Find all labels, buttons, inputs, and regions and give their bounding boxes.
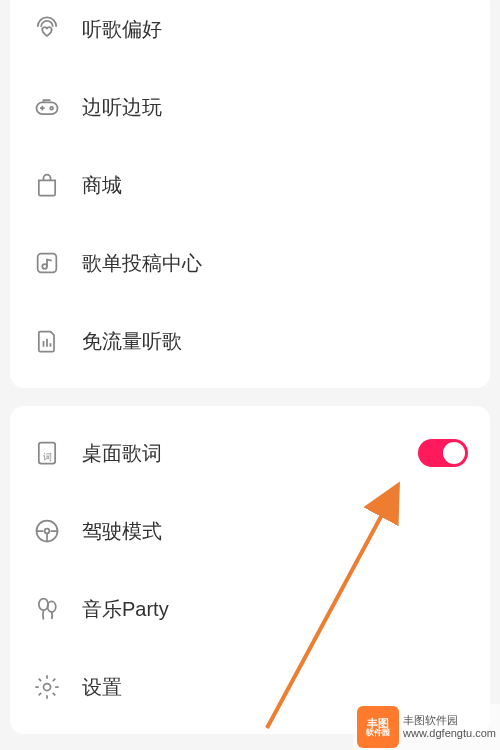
watermark-logo: 丰图 软件园 xyxy=(357,706,399,748)
svg-text:词: 词 xyxy=(43,452,52,462)
menu-item-label: 桌面歌词 xyxy=(82,440,418,467)
svg-point-12 xyxy=(45,529,50,534)
menu-item-label: 免流量听歌 xyxy=(82,328,468,355)
menu-item-shop[interactable]: 商城 xyxy=(10,146,490,224)
menu-item-label: 听歌偏好 xyxy=(82,16,468,43)
menu-item-music-party[interactable]: 音乐Party xyxy=(10,570,490,648)
menu-item-free-data[interactable]: 免流量听歌 xyxy=(10,302,490,380)
svg-point-13 xyxy=(39,599,48,611)
watermark-text: 丰图软件园 www.dgfengtu.com xyxy=(403,714,496,740)
desktop-lyrics-toggle[interactable] xyxy=(418,439,468,467)
gamepad-icon xyxy=(32,92,62,122)
menu-item-listen-play[interactable]: 边听边玩 xyxy=(10,68,490,146)
sim-data-icon xyxy=(32,326,62,356)
playlist-submit-icon xyxy=(32,248,62,278)
svg-point-15 xyxy=(44,684,51,691)
watermark: 丰图 软件园 丰图软件园 www.dgfengtu.com xyxy=(353,704,500,750)
menu-item-label: 音乐Party xyxy=(82,596,468,623)
settings-section-1: 听歌偏好 边听边玩 商城 歌单投稿中心 免流量听歌 xyxy=(10,0,490,388)
menu-item-label: 边听边玩 xyxy=(82,94,468,121)
menu-item-label: 商城 xyxy=(82,172,468,199)
menu-item-driving-mode[interactable]: 驾驶模式 xyxy=(10,492,490,570)
menu-item-label: 歌单投稿中心 xyxy=(82,250,468,277)
svg-point-3 xyxy=(50,107,53,110)
menu-item-label: 驾驶模式 xyxy=(82,518,468,545)
gear-icon xyxy=(32,672,62,702)
steering-wheel-icon xyxy=(32,516,62,546)
menu-item-playlist-submit[interactable]: 歌单投稿中心 xyxy=(10,224,490,302)
svg-point-14 xyxy=(48,601,56,612)
settings-section-2: 词 桌面歌词 驾驶模式 音乐Party 设置 xyxy=(10,406,490,734)
lyrics-icon: 词 xyxy=(32,438,62,468)
svg-rect-0 xyxy=(37,102,58,114)
heart-signal-icon xyxy=(32,14,62,44)
menu-item-listening-preference[interactable]: 听歌偏好 xyxy=(10,0,490,68)
bag-icon xyxy=(32,170,62,200)
menu-item-label: 设置 xyxy=(82,674,468,701)
balloons-icon xyxy=(32,594,62,624)
menu-item-desktop-lyrics[interactable]: 词 桌面歌词 xyxy=(10,414,490,492)
